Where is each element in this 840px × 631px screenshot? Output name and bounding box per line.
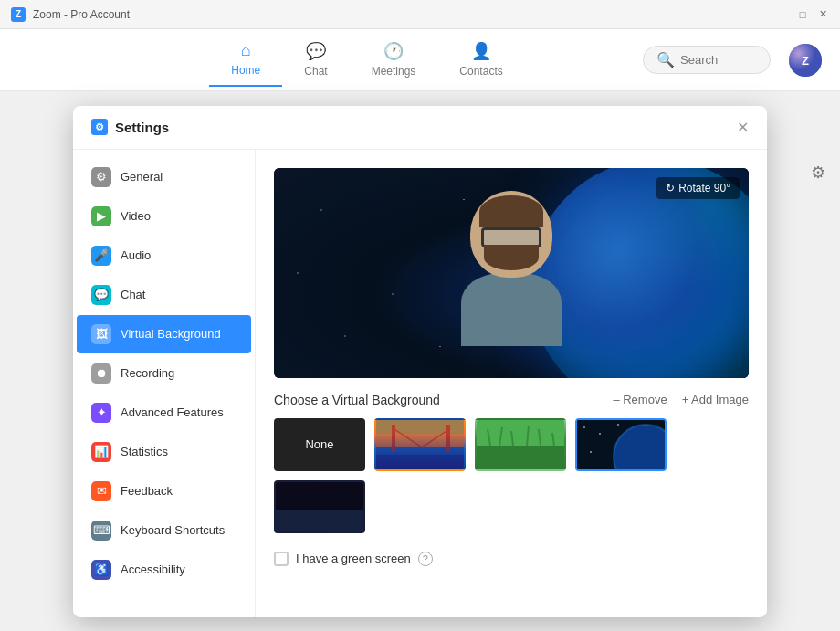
- nav-label-contacts: Contacts: [459, 65, 502, 78]
- green-screen-checkbox[interactable]: [274, 552, 289, 566]
- search-icon: 🔍: [656, 51, 675, 68]
- svg-point-24: [590, 451, 592, 453]
- feedback-icon: ✉: [91, 481, 111, 501]
- video-person: [438, 182, 584, 364]
- nav-label-home: Home: [231, 64, 260, 77]
- sidebar-label-accessibility: Accessibility: [121, 563, 185, 576]
- maximize-button[interactable]: □: [796, 8, 809, 21]
- nav-label-chat: Chat: [304, 65, 327, 78]
- statistics-icon: 📊: [91, 442, 111, 462]
- rotate-button[interactable]: ↻ Rotate 90°: [656, 177, 740, 199]
- modal-body: ⚙ General ▶ Video 🎤 Audio 💬 Chat: [73, 150, 767, 617]
- sidebar-label-keyboard-shortcuts: Keyboard Shortcuts: [121, 523, 225, 537]
- settings-modal: ⚙ Settings ✕ ⚙ General ▶ Video: [73, 106, 767, 617]
- titlebar: Z Zoom - Pro Account — □ ✕: [0, 0, 840, 29]
- avatar: Z: [789, 44, 822, 77]
- close-button[interactable]: ✕: [816, 8, 829, 21]
- sidebar-item-accessibility[interactable]: ♿ Accessibility: [77, 551, 251, 589]
- chat-icon: 💬: [306, 41, 326, 61]
- svg-rect-9: [446, 425, 450, 452]
- sidebar-item-recording[interactable]: ⏺ Recording: [77, 354, 251, 393]
- app-title: Zoom - Pro Account: [33, 8, 130, 21]
- nav-items: ⌂ Home 💬 Chat 🕐 Meetings 👤 Contacts: [209, 34, 524, 87]
- settings-sidebar: ⚙ General ▶ Video 🎤 Audio 💬 Chat: [73, 150, 256, 617]
- nav-item-home[interactable]: ⌂ Home: [209, 34, 282, 87]
- add-image-button[interactable]: + Add Image: [682, 393, 749, 406]
- content: ⚙ ⚙ Settings ✕ ⚙ General: [0, 91, 840, 631]
- minimize-button[interactable]: —: [776, 8, 789, 21]
- sidebar-label-chat: Chat: [121, 288, 145, 301]
- person-head: [470, 191, 552, 278]
- rotate-icon: ↻: [666, 182, 675, 195]
- sidebar-item-general[interactable]: ⚙ General: [77, 158, 251, 196]
- sidebar-label-statistics: Statistics: [121, 445, 168, 458]
- home-icon: ⌂: [241, 41, 251, 60]
- nav-item-meetings[interactable]: 🕐 Meetings: [350, 34, 438, 87]
- sidebar-label-virtual-background: Virtual Background: [121, 327, 221, 341]
- person-shape: [452, 191, 571, 364]
- background-grid: None: [274, 418, 749, 533]
- app: ⌂ Home 💬 Chat 🕐 Meetings 👤 Contacts 🔍: [0, 29, 840, 631]
- chat-sidebar-icon: 💬: [91, 285, 111, 305]
- audio-icon: 🎤: [91, 246, 111, 266]
- video-preview: ↻ Rotate 90°: [274, 168, 749, 378]
- sidebar-item-audio[interactable]: 🎤 Audio: [77, 237, 251, 275]
- bg-thumb-none[interactable]: None: [274, 418, 365, 471]
- sidebar-item-advanced-features[interactable]: ✦ Advanced Features: [77, 394, 251, 432]
- green-screen-label: I have a green screen: [296, 552, 411, 565]
- choose-header: Choose a Virtual Background – Remove + A…: [274, 393, 749, 407]
- remove-button[interactable]: – Remove: [613, 393, 667, 406]
- contacts-icon: 👤: [471, 41, 491, 61]
- sidebar-label-advanced-features: Advanced Features: [121, 405, 224, 419]
- sidebar-label-general: General: [121, 170, 163, 184]
- app-icon: Z: [11, 7, 26, 22]
- search-input[interactable]: [680, 53, 762, 67]
- titlebar-left: Z Zoom - Pro Account: [11, 7, 130, 22]
- modal-header: ⚙ Settings ✕: [73, 106, 767, 150]
- svg-text:Z: Z: [802, 54, 809, 68]
- svg-point-22: [599, 433, 601, 435]
- choose-section: Choose a Virtual Background – Remove + A…: [274, 393, 749, 573]
- svg-rect-3: [376, 455, 466, 471]
- settings-title: Settings: [115, 120, 169, 135]
- sidebar-item-statistics[interactable]: 📊 Statistics: [77, 433, 251, 471]
- bg-thumb-space[interactable]: [575, 418, 667, 471]
- rotate-label: Rotate 90°: [678, 182, 730, 195]
- person-body: [461, 273, 562, 346]
- sidebar-item-video[interactable]: ▶ Video: [77, 197, 251, 236]
- choose-actions: – Remove + Add Image: [613, 393, 749, 406]
- svg-rect-26: [276, 510, 365, 533]
- titlebar-controls[interactable]: — □ ✕: [776, 8, 829, 21]
- svg-rect-5: [376, 434, 466, 447]
- accessibility-icon: ♿: [91, 560, 111, 580]
- green-screen-row: I have a green screen ?: [274, 544, 749, 573]
- video-icon: ▶: [91, 206, 111, 226]
- modal-close-button[interactable]: ✕: [737, 119, 749, 136]
- svg-point-21: [583, 426, 585, 428]
- bg-thumb-bridge[interactable]: [374, 418, 466, 471]
- sidebar-item-keyboard-shortcuts[interactable]: ⌨ Keyboard Shortcuts: [77, 511, 251, 550]
- svg-point-23: [617, 424, 619, 426]
- keyboard-shortcuts-icon: ⌨: [91, 521, 111, 541]
- meetings-icon: 🕐: [383, 41, 404, 61]
- virtual-background-icon: 🖼: [91, 324, 111, 344]
- modal-title: ⚙ Settings: [91, 119, 169, 135]
- svg-rect-11: [477, 446, 566, 471]
- svg-rect-8: [392, 425, 395, 452]
- search-box[interactable]: 🔍: [643, 46, 771, 74]
- svg-rect-4: [376, 420, 466, 447]
- sidebar-label-audio: Audio: [121, 248, 151, 262]
- nav-item-contacts[interactable]: 👤 Contacts: [437, 34, 524, 87]
- bg-thumb-dark[interactable]: [274, 480, 365, 533]
- sidebar-item-feedback[interactable]: ✉ Feedback: [77, 472, 251, 510]
- choose-title: Choose a Virtual Background: [274, 393, 440, 407]
- settings-gear-icon[interactable]: ⚙: [811, 163, 825, 183]
- settings-modal-icon: ⚙: [91, 119, 108, 135]
- help-icon[interactable]: ?: [418, 552, 433, 566]
- main-panel: ↻ Rotate 90° Choose a Virtual Background…: [256, 150, 767, 617]
- general-icon: ⚙: [91, 167, 111, 187]
- nav-item-chat[interactable]: 💬 Chat: [282, 34, 349, 87]
- sidebar-item-virtual-background[interactable]: 🖼 Virtual Background: [77, 315, 251, 353]
- sidebar-item-chat[interactable]: 💬 Chat: [77, 276, 251, 314]
- bg-thumb-grass[interactable]: [475, 418, 566, 471]
